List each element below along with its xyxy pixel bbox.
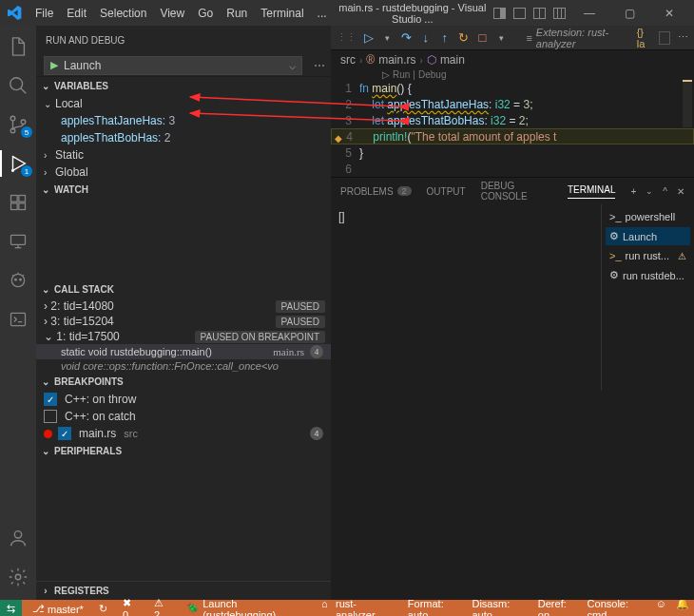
breakpoint-item[interactable]: main.rssrc4	[36, 425, 331, 442]
debug-continue-button[interactable]: ▷	[359, 28, 378, 48]
svg-point-10	[11, 274, 24, 286]
thread-row[interactable]: ⌄ 1: tid=17500PAUSED ON BREAKPOINT	[36, 329, 331, 344]
extension-tab[interactable]: ≡Extension: rust-analyzer	[526, 27, 636, 49]
layout-bottom-icon[interactable]	[513, 8, 526, 19]
scope-global[interactable]: Global	[55, 165, 88, 179]
stack-frame[interactable]: void core::ops::function::FnOnce::call_o…	[36, 359, 331, 373]
menu-edit[interactable]: Edit	[61, 4, 92, 23]
section-breakpoints[interactable]: ⌄BREAKPOINTS	[36, 373, 331, 391]
terminal-dropdown-icon[interactable]: ⌄	[646, 186, 653, 196]
maximize-button[interactable]: ▢	[612, 7, 646, 20]
braces-icon[interactable]: {} la	[637, 27, 652, 49]
main-menu: File Edit Selection View Go Run Terminal…	[29, 4, 333, 23]
checkbox-on-icon[interactable]	[58, 427, 71, 440]
tab-debug-console[interactable]: DEBUG CONSOLE	[481, 181, 552, 202]
titlebar-right: — ▢ ✕	[492, 7, 686, 20]
svg-point-12	[20, 279, 22, 280]
terminal-list-item[interactable]: >_run rust...⚠	[606, 247, 690, 264]
menu-terminal[interactable]: Terminal	[255, 4, 309, 23]
minimap[interactable]	[683, 80, 692, 127]
search-icon[interactable]	[7, 74, 29, 97]
breakpoint-item[interactable]: C++: on catch	[36, 408, 331, 425]
status-launch[interactable]: 🪲 Launch (rustdebugging)	[182, 600, 311, 616]
section-peripherals[interactable]: ⌄PERIPHERALS	[36, 442, 331, 460]
tab-problems[interactable]: PROBLEMS2	[340, 186, 412, 197]
thread-row[interactable]: › 3: tid=15204PAUSED	[36, 314, 331, 329]
console-icon[interactable]	[7, 308, 29, 331]
debug-menu-button[interactable]: ▾	[378, 28, 397, 48]
terminal-list-item[interactable]: ⚙Launch	[606, 227, 690, 245]
tab-terminal[interactable]: TERMINAL	[568, 184, 616, 199]
new-terminal-button[interactable]: +	[630, 186, 636, 197]
source-control-icon[interactable]: 5	[7, 113, 29, 136]
menu-more[interactable]: ...	[312, 4, 333, 23]
codelens-run[interactable]: Run	[393, 69, 410, 80]
checkbox-off-icon[interactable]	[44, 410, 57, 423]
remote-icon[interactable]	[7, 230, 29, 253]
grip-icon[interactable]: ⋮⋮	[337, 31, 356, 44]
gear-icon: ⚙	[609, 230, 619, 242]
editor-more-icon[interactable]: ⋯	[678, 31, 688, 44]
status-console[interactable]: Console: cmd	[583, 598, 651, 617]
symbol-icon: ⬡	[427, 53, 436, 67]
account-icon[interactable]	[7, 527, 29, 549]
status-branch[interactable]: ⎇ master*	[28, 600, 88, 616]
status-warnings[interactable]: ⚠ 2	[149, 600, 176, 616]
close-panel-button[interactable]: ✕	[677, 186, 684, 197]
extensions-icon[interactable]	[7, 191, 29, 214]
layout-custom-icon[interactable]	[553, 8, 566, 19]
svg-point-11	[15, 279, 17, 280]
section-watch[interactable]: ⌄WATCH	[36, 181, 331, 199]
status-disasm[interactable]: Disasm: auto	[467, 598, 532, 617]
status-errors[interactable]: ✖ 0	[118, 600, 144, 616]
robot-icon[interactable]	[7, 269, 29, 292]
debug-step-out-button[interactable]: ↑	[435, 28, 454, 48]
debug-step-into-button[interactable]: ↓	[416, 28, 435, 48]
breadcrumb[interactable]: src› ® main.rs› ⬡ main	[331, 50, 694, 69]
codelens-debug[interactable]: Debug	[418, 69, 446, 80]
thread-row[interactable]: › 2: tid=14080PAUSED	[36, 298, 331, 314]
section-callstack[interactable]: ⌄CALL STACK	[36, 280, 331, 298]
layout-left-icon[interactable]	[493, 8, 506, 19]
breakpoint-item[interactable]: C++: on throw	[36, 391, 331, 408]
close-button[interactable]: ✕	[652, 7, 686, 20]
var-name-1: applesThatBobHas:	[61, 131, 161, 144]
scope-static[interactable]: Static	[55, 148, 84, 162]
remote-indicator[interactable]: ⇆	[0, 600, 22, 616]
titlebar: File Edit Selection View Go Run Terminal…	[0, 0, 694, 26]
files-icon[interactable]	[7, 35, 29, 58]
settings-gear-icon[interactable]	[7, 566, 29, 588]
layout-right-icon[interactable]	[533, 8, 546, 19]
svg-point-14	[14, 531, 21, 538]
menu-go[interactable]: Go	[192, 4, 219, 23]
status-sync[interactable]: ↻	[94, 600, 112, 616]
status-rust-analyzer[interactable]: ⌂ rust-analyzer	[317, 600, 397, 616]
menu-file[interactable]: File	[29, 4, 59, 23]
terminal-list-item[interactable]: ⚙run rustdeb...	[606, 266, 690, 284]
warning-icon: ⚠	[678, 251, 686, 261]
minimize-button[interactable]: —	[572, 7, 607, 20]
menu-view[interactable]: View	[154, 4, 190, 23]
terminal-list-item[interactable]: >_powershell	[606, 208, 690, 225]
debug-step-over-button[interactable]: ↷	[397, 28, 416, 48]
scope-local[interactable]: Local	[55, 97, 83, 110]
menu-run[interactable]: Run	[221, 4, 253, 23]
debug-more-button[interactable]: ▾	[492, 28, 511, 48]
tab-output[interactable]: OUTPUT	[427, 186, 466, 197]
stack-frame[interactable]: static void rustdebugging::main()main.rs…	[36, 344, 331, 359]
menu-selection[interactable]: Selection	[94, 4, 152, 23]
status-format[interactable]: Format: auto	[403, 598, 468, 617]
debug-restart-button[interactable]: ↻	[454, 28, 473, 48]
run-debug-icon[interactable]: 1	[7, 152, 29, 175]
checkbox-on-icon[interactable]	[44, 393, 57, 406]
sidebar-more-icon[interactable]: ⋯	[308, 59, 331, 72]
debug-stop-button[interactable]: □	[473, 28, 492, 48]
maximize-panel-button[interactable]: ^	[663, 186, 667, 197]
terminal-output[interactable]: []	[331, 204, 601, 391]
var-value-1: 2	[164, 131, 171, 144]
code-editor[interactable]: 1fn main() { 2 let applesThatJaneHas: i3…	[331, 80, 694, 177]
launch-config-select[interactable]: ▶ Launch ⌵	[44, 56, 302, 75]
status-deref[interactable]: Deref: on	[533, 598, 583, 617]
split-editor-icon[interactable]	[659, 31, 670, 45]
section-variables[interactable]: ⌄VARIABLES	[36, 77, 331, 95]
